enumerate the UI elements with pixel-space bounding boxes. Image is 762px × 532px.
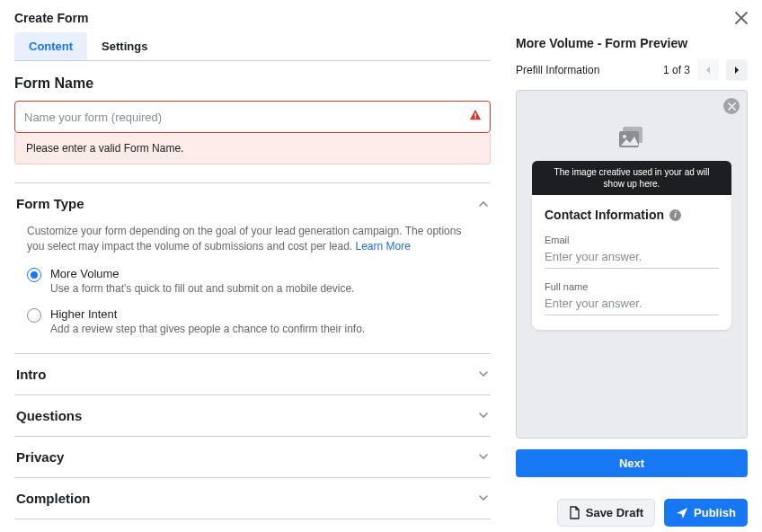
radio-label: More Volume (50, 267, 354, 280)
section-questions[interactable]: Questions (14, 395, 491, 436)
section-privacy[interactable]: Privacy (14, 437, 491, 477)
form-type-title: Form Type (16, 196, 84, 211)
tabs: Content Settings (14, 32, 491, 61)
preview-page-indicator: 1 of 3 (663, 64, 690, 76)
section-intro[interactable]: Intro (14, 354, 491, 395)
image-placeholder-icon (618, 127, 645, 150)
caret-left-icon (704, 66, 712, 75)
preview-title: More Volume - Form Preview (516, 36, 748, 50)
svg-rect-1 (474, 118, 475, 119)
chevron-up-icon (478, 199, 489, 209)
learn-more-link[interactable]: Learn More (356, 240, 411, 253)
preview-image-note: The image creative used in your ad will … (532, 161, 731, 195)
form-type-header[interactable]: Form Type (14, 183, 491, 224)
svg-rect-0 (474, 113, 475, 117)
preview-card: The image creative used in your ad will … (516, 90, 748, 439)
info-icon: i (669, 209, 681, 221)
caret-right-icon (733, 66, 740, 75)
radio-higher-intent[interactable]: Higher Intent Add a review step that giv… (27, 307, 478, 335)
preview-next-button[interactable] (726, 59, 748, 81)
document-icon (569, 506, 580, 519)
preview-field-email: Enter your answer. (545, 245, 719, 269)
chevron-down-icon (478, 368, 489, 379)
close-icon (735, 12, 748, 24)
section-completion[interactable]: Completion (14, 478, 491, 519)
form-name-input[interactable] (14, 101, 491, 133)
chevron-down-icon (478, 410, 489, 421)
preview-next-page-button[interactable]: Next (516, 449, 748, 477)
form-name-error: Please enter a valid Form Name. (14, 133, 491, 164)
preview-form-heading: Contact Information (545, 208, 664, 222)
preview-field-fullname: Enter your answer. (545, 292, 719, 315)
radio-more-volume[interactable]: More Volume Use a form that's quick to f… (27, 267, 478, 295)
preview-field-fullname-label: Full name (545, 281, 719, 292)
chevron-down-icon (478, 451, 489, 462)
form-type-helper: Customize your form depending on the goa… (27, 224, 478, 254)
radio-desc: Use a form that's quick to fill out and … (50, 282, 354, 295)
radio-label: Higher Intent (50, 307, 365, 321)
publish-button[interactable]: Publish (664, 499, 748, 527)
radio-icon (27, 268, 41, 282)
tab-content[interactable]: Content (14, 32, 87, 60)
radio-desc: Add a review step that gives people a ch… (50, 323, 365, 335)
preview-field-email-label: Email (545, 235, 719, 245)
svg-point-4 (623, 135, 626, 138)
alert-icon (469, 109, 482, 125)
preview-close-icon (723, 98, 740, 114)
dialog-title: Create Form (14, 11, 88, 25)
form-name-heading: Form Name (14, 75, 491, 92)
close-button[interactable] (735, 9, 748, 27)
send-icon (676, 507, 688, 519)
preview-prev-button[interactable] (697, 59, 719, 81)
preview-subtitle: Prefill Information (516, 64, 599, 76)
chevron-down-icon (478, 492, 489, 503)
save-draft-button[interactable]: Save Draft (557, 499, 655, 527)
tab-settings[interactable]: Settings (87, 32, 162, 60)
radio-icon (27, 308, 41, 323)
